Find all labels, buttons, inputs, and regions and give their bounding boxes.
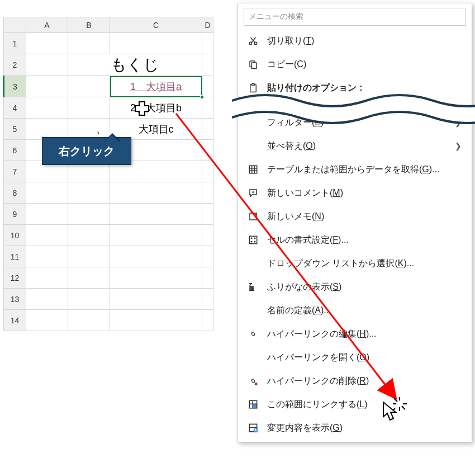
cell-d3[interactable] [202, 76, 213, 97]
cell-d11[interactable] [202, 246, 213, 267]
cell-c1[interactable] [110, 33, 202, 54]
comment-icon [247, 187, 259, 199]
cell-a14[interactable] [26, 310, 68, 331]
col-header-c[interactable]: C [110, 17, 202, 33]
cell-a12[interactable] [26, 267, 68, 289]
row-header-1[interactable]: 1 [4, 33, 26, 54]
cell-c5[interactable]: 大項目c [110, 119, 202, 140]
row-header-8[interactable]: 8 [4, 182, 26, 204]
row-header-11[interactable]: 11 [4, 246, 26, 267]
cell-a10[interactable] [26, 225, 68, 246]
menu-item-remove-hyperlink[interactable]: ハイパーリンクの削除(R) [238, 369, 472, 393]
menu-item-link-range[interactable]: この範囲にリンクする(L) [238, 393, 472, 416]
row-header-13[interactable]: 13 [4, 289, 26, 310]
cell-d1[interactable] [202, 33, 213, 54]
cell-c11[interactable] [110, 246, 202, 267]
menu-item-dropdown-select[interactable]: ドロップダウン リストから選択(K)... [238, 252, 472, 275]
cell-b12[interactable] [68, 267, 110, 289]
copy-icon [247, 58, 259, 70]
menu-item-define-name[interactable]: 名前の定義(A)... [238, 299, 472, 322]
cell-c9[interactable] [110, 204, 202, 225]
menu-label: 新しいメモ(N) [267, 211, 324, 223]
cell-a2[interactable] [26, 54, 68, 76]
cell-c10[interactable] [110, 225, 202, 246]
cell-b3[interactable] [68, 76, 110, 97]
menu-search-input[interactable]: メニューの検索 [244, 8, 466, 26]
cell-c14[interactable] [110, 310, 202, 331]
hyperlink-text[interactable]: 1 大項目a [130, 81, 182, 92]
cell-b4[interactable] [68, 97, 110, 119]
cell-d2[interactable] [202, 54, 213, 76]
cell-a13[interactable] [26, 289, 68, 310]
cell-b1[interactable] [68, 33, 110, 54]
menu-item-format-cells[interactable]: セルの書式設定(F)... [238, 228, 472, 252]
cell-b13[interactable] [68, 289, 110, 310]
cell-d7[interactable] [202, 161, 213, 182]
menu-item-sort[interactable]: 並べ替え(O) ❯ [238, 134, 472, 158]
row-header-6[interactable]: 6 [4, 140, 26, 161]
col-header-b[interactable]: B [68, 17, 110, 33]
menu-item-open-hyperlink[interactable]: ハイパーリンクを開く(O) [238, 346, 472, 369]
note-icon [247, 210, 259, 223]
menu-label: 新しいコメント(M) [267, 187, 343, 199]
row-header-10[interactable]: 10 [4, 225, 26, 246]
cell-a4[interactable] [26, 97, 68, 119]
cell-c4[interactable]: 2、大項目b [110, 97, 202, 119]
menu-item-copy[interactable]: コピー(C) [238, 53, 472, 76]
cell-d4[interactable] [202, 97, 213, 119]
select-all-corner[interactable] [4, 17, 26, 33]
cell-d13[interactable] [202, 289, 213, 310]
context-menu[interactable]: メニューの検索 切り取り(T) コピー(C) 貼り付けのオプション： フィルター… [238, 3, 472, 442]
cell-c13[interactable] [110, 289, 202, 310]
svg-rect-3 [251, 63, 256, 69]
cell-a9[interactable] [26, 204, 68, 225]
cell-c12[interactable] [110, 267, 202, 289]
cell-a11[interactable] [26, 246, 68, 267]
cell-d14[interactable] [202, 310, 213, 331]
cell-title[interactable]: もくじ [68, 54, 202, 76]
menu-item-filter[interactable]: フィルター(E) ❯ [238, 111, 472, 134]
cell-d10[interactable] [202, 225, 213, 246]
cell-d8[interactable] [202, 182, 213, 204]
fill-handle[interactable] [200, 95, 204, 99]
col-header-a[interactable]: A [26, 17, 68, 33]
row-header-4[interactable]: 4 [4, 97, 26, 119]
spreadsheet-grid[interactable]: A B C D 1 2もくじ 3 1 大項目a 42、大項目b 5、大項目c 6… [3, 17, 213, 331]
col-header-d[interactable]: D [202, 17, 213, 33]
menu-item-paste-options[interactable]: 貼り付けのオプション： [238, 76, 472, 95]
menu-item-show-changes[interactable]: 変更内容を表示(G) [238, 416, 472, 440]
cell-a5[interactable] [26, 119, 68, 140]
cell-c3-selected[interactable]: 1 大項目a [110, 76, 202, 97]
cell-b8[interactable] [68, 182, 110, 204]
menu-label: 変更内容を表示(G) [267, 422, 343, 434]
menu-item-furigana[interactable]: ア亜 ふりがなの表示(S) [238, 275, 472, 299]
row-header-12[interactable]: 12 [4, 267, 26, 289]
cell-b11[interactable] [68, 246, 110, 267]
row-header-3[interactable]: 3 [4, 76, 26, 97]
cell-d9[interactable] [202, 204, 213, 225]
cell-b10[interactable] [68, 225, 110, 246]
cell-a8[interactable] [26, 182, 68, 204]
cell-c8[interactable] [110, 182, 202, 204]
menu-item-new-note[interactable]: 新しいメモ(N) [238, 205, 472, 228]
row-header-14[interactable]: 14 [4, 310, 26, 331]
row-header-5[interactable]: 5 [4, 119, 26, 140]
menu-item-table-data[interactable]: テーブルまたは範囲からデータを取得(G)... [238, 158, 472, 181]
row-header-7[interactable]: 7 [4, 161, 26, 182]
menu-item-edit-hyperlink[interactable]: ハイパーリンクの編集(H)... [238, 322, 472, 346]
cell-d5[interactable] [202, 119, 213, 140]
cell-d6[interactable] [202, 140, 213, 161]
row-header-9[interactable]: 9 [4, 204, 26, 225]
menu-label: フィルター(E) [267, 117, 324, 129]
menu-label: ふりがなの表示(S) [267, 281, 341, 293]
paste-icon [247, 82, 259, 94]
cell-b14[interactable] [68, 310, 110, 331]
cell-a3[interactable] [26, 76, 68, 97]
cell-b9[interactable] [68, 204, 110, 225]
menu-label: 名前の定義(A)... [267, 305, 331, 317]
menu-item-cut[interactable]: 切り取り(T) [238, 29, 472, 53]
menu-item-new-comment[interactable]: 新しいコメント(M) [238, 181, 472, 205]
cell-d12[interactable] [202, 267, 213, 289]
cell-a1[interactable] [26, 33, 68, 54]
row-header-2[interactable]: 2 [4, 54, 26, 76]
